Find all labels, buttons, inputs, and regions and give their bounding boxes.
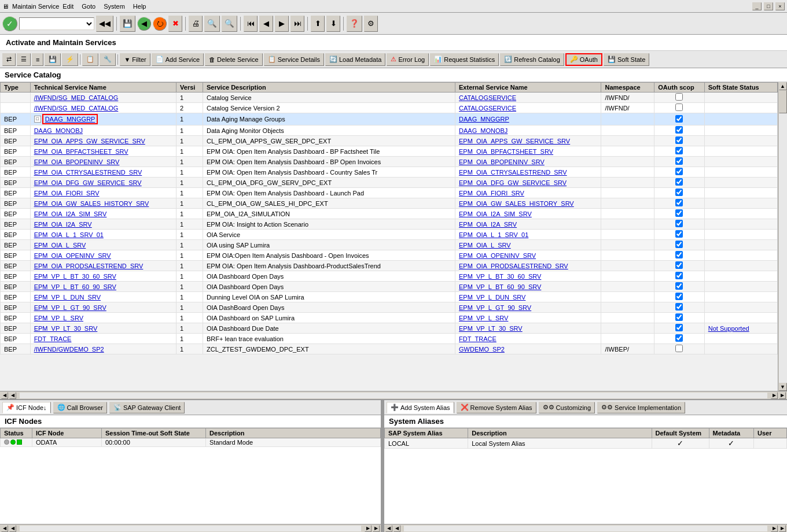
filter-button[interactable]: ▼ Filter [120,53,150,66]
catalog-hscrollbar[interactable]: ◀ ◀ ▶ ▶ [0,391,787,399]
oauth-checkbox[interactable] [675,209,683,217]
cancel-button[interactable]: ✖ [168,16,182,32]
upload-button[interactable]: ⬆ [311,16,325,32]
oauth-checkbox[interactable] [675,293,683,300]
oauth-checkbox[interactable] [675,261,683,269]
cell-oauth[interactable] [654,198,704,209]
left-panel-hscrollbar[interactable]: ◀ ◀ ▶ ▶ [0,524,381,532]
hscroll-left-arrow[interactable]: ◀ [1,392,8,399]
table-row[interactable]: BEPEPM_VP_L_BT_60_90_SRV1OIA Dashboard O… [1,282,778,292]
right-hscroll-left[interactable]: ◀ [385,525,392,532]
icon-btn-4[interactable]: 💾 [45,53,61,66]
vscroll-down-arrow[interactable]: ▼ [779,383,787,391]
table-row[interactable]: BEPEPM_VP_L_GT_90_SRV1OIA DashBoard Open… [1,302,778,313]
catalog-vscrollbar[interactable]: ▲ ▼ [778,82,787,391]
table-row[interactable]: BEPEPM_OIA_L_SRV1OIA using SAP LumiraEPM… [1,240,778,250]
help-button[interactable]: ❓ [347,16,362,32]
tab-customizing[interactable]: ⚙⚙ Customizing [539,402,595,413]
table-row[interactable]: /IWFND/SG_MED_CATALOG2Catalog Service Ve… [1,103,778,113]
left-hscroll-left[interactable]: ◀ [1,525,8,532]
right-hscroll-track[interactable] [404,526,767,531]
icon-btn-3[interactable]: ≡ [32,53,43,66]
prev-page-button[interactable]: ◀ [259,16,273,32]
table-row[interactable]: BEPEPM_OIA_BPFACTSHEET_SRV1EPM OIA: Open… [1,146,778,157]
oauth-checkbox[interactable] [675,220,683,227]
oauth-checkbox[interactable] [675,324,683,331]
table-row[interactable]: ODATA 00:00:00 Standard Mode [1,438,381,447]
right-panel-table-container[interactable]: SAP System Alias Description Default Sys… [384,428,787,524]
cell-oauth[interactable] [654,261,704,271]
close-button[interactable]: × [775,2,785,10]
table-row[interactable]: BEPEPM_VP_LT_30_SRV1OIA Dashboard Due Da… [1,323,778,334]
table-row[interactable]: BEPEPM_VP_L_DUN_SRV1Dunning Level OIA on… [1,292,778,302]
error-log-button[interactable]: ⚠ Error Log [387,53,429,66]
cell-oauth[interactable] [654,302,704,313]
oauth-checkbox[interactable] [675,136,683,144]
table-row[interactable]: BEPEPM_OIA_FIORI_SRV1EPM OIA: Open Item … [1,188,778,198]
load-metadata-button[interactable]: 🔄 Load Metadata [325,53,385,66]
cell-oauth[interactable] [654,125,704,136]
oauth-button[interactable]: 🔑 OAuth [565,53,602,66]
cell-oauth[interactable] [654,230,704,240]
vscroll-up-arrow[interactable]: ▲ [779,82,787,90]
vscroll-track[interactable] [779,90,787,383]
oauth-checkbox[interactable] [675,115,683,123]
delete-service-button[interactable]: 🗑 Delete Service [205,53,263,66]
print-button[interactable]: 🖨 [189,16,203,32]
icon-btn-5[interactable]: ⚡ [62,53,78,66]
left-panel-table-container[interactable]: Status ICF Node Session Time-out Soft St… [0,428,381,524]
maximize-button[interactable]: □ [764,2,773,10]
table-row[interactable]: BEPEPM_OIA_PRODSALESTREND_SRV1EPM OIA: O… [1,261,778,271]
oauth-checkbox[interactable] [675,313,683,321]
table-row[interactable]: BEPEPM_OIA_L_1_SRV_011OIA ServiceEPM_OIA… [1,230,778,240]
table-row[interactable]: BEPEPM_OIA_I2A_SIM_SRV1EPM_OIA_I2A_SIMUL… [1,209,778,219]
left-hscroll-right[interactable]: ▶ [365,525,372,532]
icon-btn-1[interactable]: ⇄ [2,53,16,66]
icon-btn-6[interactable]: 📋 [82,53,98,66]
tab-remove-alias[interactable]: ❌ Remove System Alias [457,402,536,413]
first-page-button[interactable]: ⏮ [244,16,258,32]
menu-system[interactable]: System [104,3,125,10]
right-hscroll-right[interactable]: ▶ [771,525,778,532]
cell-oauth[interactable] [654,292,704,302]
hscroll-track[interactable] [20,393,767,398]
left-hscroll-right2[interactable]: ▶ [373,525,380,532]
hscroll-left-arrow2[interactable]: ◀ [9,392,16,399]
tab-add-alias[interactable]: ➕ Add System Alias [387,402,454,413]
cell-oauth[interactable] [654,240,704,250]
left-hscroll-left2[interactable]: ◀ [9,525,16,532]
oauth-checkbox[interactable] [675,199,683,206]
find-next-button[interactable]: 🔍 [222,16,237,32]
oauth-checkbox[interactable] [675,147,683,154]
soft-state-button[interactable]: 💾 Soft State [604,53,649,66]
refresh-catalog-button[interactable]: 🔃 Refresh Catalog [500,53,564,66]
left-hscroll-track[interactable] [20,526,361,531]
cell-oauth[interactable] [654,93,704,103]
hscroll-right-arrow2[interactable]: ▶ [779,392,786,399]
back-button[interactable]: ◀ [137,17,151,31]
table-row[interactable]: BEPDAAG_MONOBJ1Data Aging Monitor Object… [1,125,778,136]
oauth-checkbox[interactable] [675,157,683,165]
save-button[interactable]: 💾 [120,16,135,32]
table-row[interactable]: BEPEPM_OIA_CTRYSALESTREND_SRV1EPM OIA: O… [1,167,778,178]
cell-oauth[interactable] [654,188,704,198]
oauth-checkbox[interactable] [675,241,683,248]
table-row[interactable]: BEPEPM_VP_L_SRV1OIA Dashboard on SAP Lum… [1,313,778,323]
cell-oauth[interactable] [654,271,704,282]
cell-oauth[interactable] [654,157,704,167]
download-button[interactable]: ⬇ [326,16,340,32]
table-row[interactable]: /IWFND/SG_MED_CATALOG1Catalog ServiceCAT… [1,93,778,103]
cell-oauth[interactable] [654,113,704,125]
cell-oauth[interactable] [654,344,704,354]
tab-service-impl[interactable]: ⚙⚙ Service Implementation [597,402,685,413]
service-details-button[interactable]: 📋 Service Details [264,53,324,66]
oauth-checkbox[interactable] [675,272,683,279]
cell-oauth[interactable] [654,282,704,292]
table-row[interactable]: BEPEPM_OIA_GW_SALES_HISTORY_SRV1CL_EPM_O… [1,198,778,209]
oauth-checkbox[interactable] [675,93,683,101]
cell-oauth[interactable] [654,313,704,323]
tab-call-browser[interactable]: 🌐 Call Browser [53,402,107,413]
cell-oauth[interactable] [654,167,704,178]
tab-icf-node[interactable]: 📌 ICF Node↓ [2,402,51,413]
find-button[interactable]: 🔍 [204,16,220,32]
